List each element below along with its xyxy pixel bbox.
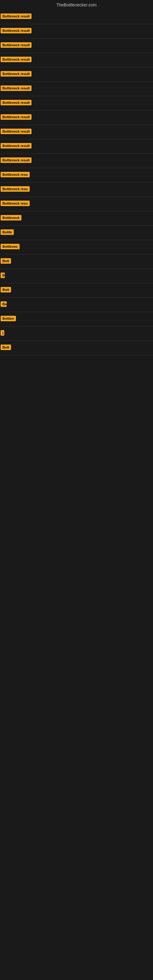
bottleneck-badge-7[interactable]: Bottleneck result [1, 100, 32, 105]
badge-row-3: Bottleneck result [0, 38, 153, 53]
badge-row-12: Bottleneck resu [0, 168, 153, 183]
bottleneck-badge-16[interactable]: Bottle [1, 229, 14, 235]
bottleneck-badge-9[interactable]: Bottleneck result [1, 129, 32, 134]
badge-row-10: Bottleneck result [0, 139, 153, 154]
badge-row-2: Bottleneck result [0, 24, 153, 38]
badge-row-19: B [0, 269, 153, 283]
badge-row-6: Bottleneck result [0, 82, 153, 96]
bottleneck-badge-24[interactable]: Bott [1, 345, 11, 350]
bottleneck-badge-10[interactable]: Bottleneck result [1, 143, 32, 148]
site-title: TheBottlenecker.com [0, 0, 153, 10]
bottleneck-badge-12[interactable]: Bottleneck resu [1, 172, 30, 177]
page-container: TheBottlenecker.com Bottleneck resultBot… [0, 0, 153, 355]
bottleneck-badge-19[interactable]: B [1, 272, 5, 278]
badge-row-17: Bottlenec [0, 240, 153, 255]
bottleneck-badge-13[interactable]: Bottleneck resu [1, 186, 30, 192]
badge-row-24: Bott [0, 341, 153, 355]
bottleneck-badge-8[interactable]: Bottleneck result [1, 114, 32, 120]
bottleneck-badge-22[interactable]: Bottlen [1, 316, 16, 321]
bottleneck-badge-6[interactable]: Bottleneck result [1, 86, 32, 91]
bottleneck-badge-4[interactable]: Bottleneck result [1, 57, 32, 62]
bottleneck-badge-23[interactable]: | [1, 330, 4, 336]
badge-row-1: Bottleneck result [0, 10, 153, 24]
badge-row-20: Bott [0, 283, 153, 298]
bottleneck-badge-17[interactable]: Bottlenec [1, 244, 19, 249]
bottleneck-badge-20[interactable]: Bott [1, 287, 11, 293]
badge-row-11: Bottleneck result [0, 154, 153, 168]
badge-row-16: Bottle [0, 226, 153, 240]
bottleneck-badge-21[interactable]: Bo [1, 301, 7, 307]
badge-row-7: Bottleneck result [0, 96, 153, 111]
bottleneck-badge-1[interactable]: Bottleneck result [1, 13, 32, 19]
bottleneck-badge-18[interactable]: Bott [1, 258, 11, 264]
bottleneck-badge-14[interactable]: Bottleneck resu [1, 200, 30, 206]
badge-row-5: Bottleneck result [0, 67, 153, 82]
badge-row-4: Bottleneck result [0, 53, 153, 67]
badge-row-8: Bottleneck result [0, 111, 153, 125]
badge-row-14: Bottleneck resu [0, 197, 153, 211]
badge-row-18: Bott [0, 255, 153, 269]
bottleneck-badge-11[interactable]: Bottleneck result [1, 158, 32, 163]
badge-row-21: Bo [0, 298, 153, 312]
bottleneck-badge-5[interactable]: Bottleneck result [1, 71, 32, 76]
badge-row-23: | [0, 326, 153, 341]
badges-container: Bottleneck resultBottleneck resultBottle… [0, 10, 153, 355]
badge-row-9: Bottleneck result [0, 125, 153, 139]
badge-row-15: Bottleneck [0, 211, 153, 226]
bottleneck-badge-2[interactable]: Bottleneck result [1, 28, 32, 33]
bottleneck-badge-15[interactable]: Bottleneck [1, 215, 21, 221]
badge-row-22: Bottlen [0, 312, 153, 326]
bottleneck-badge-3[interactable]: Bottleneck result [1, 42, 32, 48]
badge-row-13: Bottleneck resu [0, 183, 153, 197]
